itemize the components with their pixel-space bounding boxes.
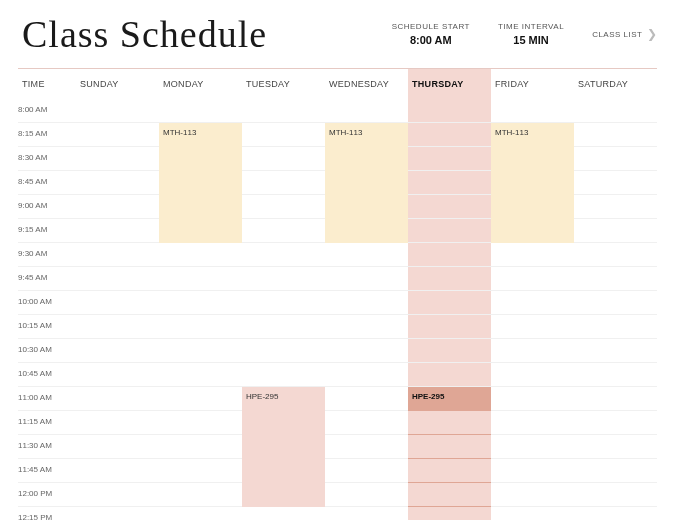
grid-cell[interactable] — [76, 291, 159, 314]
grid-cell[interactable] — [159, 99, 242, 122]
grid-cell[interactable] — [408, 243, 491, 266]
grid-cell[interactable] — [574, 483, 657, 506]
grid-cell[interactable] — [242, 435, 325, 458]
grid-cell[interactable] — [159, 315, 242, 338]
grid-cell[interactable] — [325, 219, 408, 242]
grid-cell[interactable] — [325, 243, 408, 266]
grid-cell[interactable] — [325, 483, 408, 506]
grid-cell[interactable] — [242, 483, 325, 506]
grid-cell[interactable] — [242, 267, 325, 290]
grid-cell[interactable] — [491, 483, 574, 506]
grid-cell[interactable] — [574, 339, 657, 362]
grid-cell[interactable] — [574, 411, 657, 434]
grid-cell[interactable] — [491, 243, 574, 266]
grid-cell[interactable] — [76, 363, 159, 386]
grid-cell[interactable] — [491, 459, 574, 482]
grid-cell[interactable] — [491, 315, 574, 338]
grid-cell[interactable] — [159, 363, 242, 386]
grid-cell[interactable] — [574, 195, 657, 218]
grid-cell[interactable] — [574, 387, 657, 410]
grid-cell[interactable] — [408, 411, 491, 434]
grid-cell[interactable] — [574, 123, 657, 146]
grid-cell[interactable] — [159, 219, 242, 242]
grid-cell[interactable] — [325, 411, 408, 434]
grid-cell[interactable] — [408, 195, 491, 218]
grid-cell[interactable] — [159, 339, 242, 362]
grid-cell[interactable]: MTH-113 — [159, 123, 242, 146]
grid-cell[interactable] — [574, 363, 657, 386]
grid-cell[interactable] — [408, 339, 491, 362]
grid-cell[interactable] — [491, 171, 574, 194]
grid-cell[interactable] — [76, 99, 159, 122]
grid-cell[interactable] — [76, 315, 159, 338]
grid-cell[interactable] — [242, 363, 325, 386]
grid-cell[interactable] — [574, 243, 657, 266]
grid-cell[interactable] — [408, 459, 491, 482]
grid-cell[interactable] — [491, 267, 574, 290]
grid-cell[interactable] — [491, 507, 574, 520]
grid-cell[interactable] — [76, 507, 159, 520]
grid-cell[interactable] — [159, 483, 242, 506]
grid-cell[interactable] — [159, 243, 242, 266]
grid-cell[interactable] — [159, 267, 242, 290]
grid-cell[interactable] — [491, 99, 574, 122]
grid-cell[interactable] — [242, 507, 325, 520]
grid-cell[interactable] — [76, 123, 159, 146]
grid-cell[interactable] — [325, 339, 408, 362]
grid-cell[interactable] — [574, 459, 657, 482]
class-list-button[interactable]: CLASS LIST ❯ — [592, 27, 657, 41]
grid-cell[interactable]: HPE-295 — [408, 387, 491, 410]
grid-cell[interactable] — [325, 147, 408, 170]
grid-cell[interactable] — [76, 147, 159, 170]
grid-cell[interactable] — [242, 315, 325, 338]
grid-cell[interactable] — [574, 171, 657, 194]
grid-cell[interactable]: MTH-113 — [325, 123, 408, 146]
grid-cell[interactable] — [242, 147, 325, 170]
grid-cell[interactable] — [242, 339, 325, 362]
grid-cell[interactable] — [408, 147, 491, 170]
grid-cell[interactable] — [408, 435, 491, 458]
grid-cell[interactable] — [491, 147, 574, 170]
grid-cell[interactable] — [491, 435, 574, 458]
grid-cell[interactable] — [159, 387, 242, 410]
grid-cell[interactable] — [325, 99, 408, 122]
grid-cell[interactable] — [325, 459, 408, 482]
grid-cell[interactable] — [408, 291, 491, 314]
grid-cell[interactable] — [491, 339, 574, 362]
grid-cell[interactable] — [159, 411, 242, 434]
grid-cell[interactable] — [408, 99, 491, 122]
grid-cell[interactable] — [408, 219, 491, 242]
grid-cell[interactable] — [159, 291, 242, 314]
grid-cell[interactable] — [574, 507, 657, 520]
grid-cell[interactable] — [325, 507, 408, 520]
grid-cell[interactable] — [76, 195, 159, 218]
grid-cell[interactable] — [408, 507, 491, 520]
grid-cell[interactable] — [242, 99, 325, 122]
grid-cell[interactable] — [408, 363, 491, 386]
grid-cell[interactable] — [76, 339, 159, 362]
grid-cell[interactable] — [574, 435, 657, 458]
grid-cell[interactable] — [491, 291, 574, 314]
grid-cell[interactable] — [325, 435, 408, 458]
grid-cell[interactable] — [159, 507, 242, 520]
grid-cell[interactable] — [76, 171, 159, 194]
grid-cell[interactable] — [76, 483, 159, 506]
grid-cell[interactable] — [408, 315, 491, 338]
grid-cell[interactable] — [159, 195, 242, 218]
grid-cell[interactable] — [76, 267, 159, 290]
grid-cell[interactable]: MTH-113 — [491, 123, 574, 146]
grid-cell[interactable] — [76, 411, 159, 434]
grid-cell[interactable] — [325, 195, 408, 218]
grid-cell[interactable] — [242, 219, 325, 242]
grid-cell[interactable] — [325, 171, 408, 194]
grid-cell[interactable] — [159, 147, 242, 170]
grid-cell[interactable] — [574, 219, 657, 242]
grid-cell[interactable] — [491, 195, 574, 218]
grid-cell[interactable] — [574, 315, 657, 338]
grid-cell[interactable] — [325, 315, 408, 338]
grid-cell[interactable] — [76, 459, 159, 482]
grid-cell[interactable] — [574, 267, 657, 290]
grid-cell[interactable] — [491, 387, 574, 410]
grid-cell[interactable] — [242, 411, 325, 434]
grid-cell[interactable] — [325, 291, 408, 314]
